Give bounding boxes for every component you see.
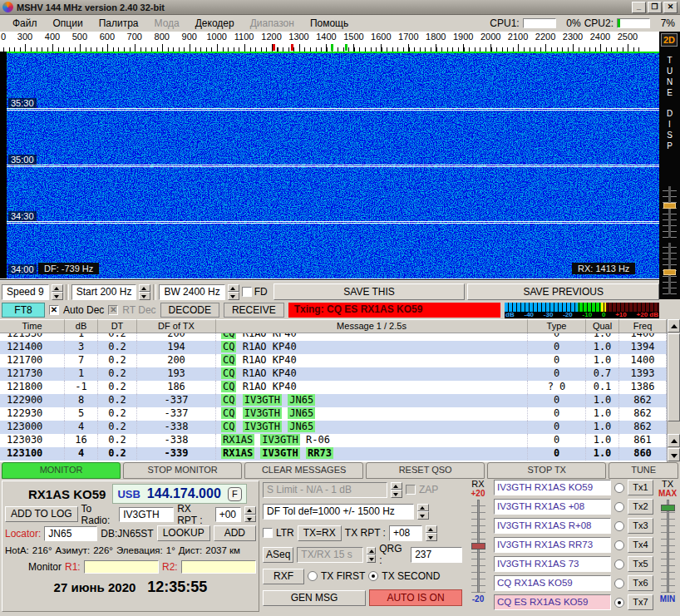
tx1-button[interactable]: Tx1 bbox=[628, 480, 653, 495]
spin-up-icon[interactable] bbox=[52, 284, 63, 293]
column-header-message-1-2-5s[interactable]: Message 1 / 2.5s bbox=[216, 319, 528, 333]
minimize-button[interactable]: _ bbox=[632, 2, 646, 13]
rx-gain-slider[interactable] bbox=[471, 500, 485, 593]
2d-view-button[interactable]: 2D bbox=[661, 33, 678, 47]
spin-down-icon[interactable] bbox=[228, 292, 239, 300]
tx-message-input-4[interactable]: IV3GTH RX1AS RR73 bbox=[494, 537, 611, 553]
speed-spinner[interactable] bbox=[52, 284, 63, 300]
menu-item-2[interactable]: Палитра bbox=[91, 16, 147, 31]
lookup-button[interactable]: LOOKUP bbox=[157, 525, 210, 541]
column-header-db[interactable]: dB bbox=[65, 319, 98, 333]
tx-message-radio-5[interactable] bbox=[614, 559, 624, 569]
spin-down-icon[interactable] bbox=[426, 533, 437, 541]
tab-reset-qso[interactable]: RESET QSO bbox=[366, 462, 485, 479]
menu-item-6[interactable]: Помощь bbox=[303, 16, 357, 31]
scroll-up-icon[interactable] bbox=[668, 319, 680, 333]
tx-message-input-6[interactable]: CQ RX1AS KO59 bbox=[494, 575, 611, 591]
decode-row[interactable]: 121800-10.2186CQ R1AO KP40? 00.11386 bbox=[0, 381, 667, 394]
spin-down-icon[interactable] bbox=[244, 515, 256, 523]
close-button[interactable]: ✕ bbox=[663, 2, 678, 13]
locator-input[interactable]: JN65 bbox=[44, 526, 97, 541]
decode-row[interactable]: 12290080.2-337CQ IV3GTH JN6501.0862 bbox=[0, 394, 667, 407]
tune-slider[interactable] bbox=[663, 186, 677, 238]
spin-up-icon[interactable] bbox=[426, 525, 437, 534]
start-spinner[interactable] bbox=[139, 284, 150, 300]
titlebar[interactable]: MSHV 144 MHz version 2.40 32-bit _ ❐ ✕ bbox=[0, 0, 680, 15]
decode-table-body[interactable]: 12133010.2200CQ R1AO KP4001.014001214003… bbox=[0, 333, 667, 462]
tx3-button[interactable]: Tx3 bbox=[628, 518, 653, 534]
df-tol-spinbox[interactable]: DF Tol def=1000 +/- 1500 Hz bbox=[263, 504, 414, 520]
tx-message-radio-3[interactable] bbox=[614, 521, 624, 531]
decode-row[interactable]: 12140030.2194CQ R1AO KP4001.01394 bbox=[0, 341, 667, 354]
tx-message-radio-1[interactable] bbox=[614, 483, 624, 493]
tx-message-input-7[interactable]: CQ ES RX1AS KO59 bbox=[494, 594, 611, 610]
disp-slider[interactable] bbox=[663, 243, 677, 294]
tab-tune[interactable]: TUNE bbox=[609, 462, 678, 479]
tx-message-input-5[interactable]: IV3GTH RX1AS 73 bbox=[494, 556, 611, 572]
column-header-type[interactable]: Type bbox=[528, 319, 586, 333]
gen-msg-button[interactable]: GEN MSG bbox=[263, 590, 366, 606]
tx-rpt-input[interactable]: +08 bbox=[389, 525, 422, 541]
decode-row[interactable]: 12170070.2200CQ R1AO KP4001.01400 bbox=[0, 354, 667, 367]
fd-checkbox[interactable] bbox=[242, 287, 252, 297]
column-header-df-of-tx[interactable]: DF of TX bbox=[137, 319, 216, 333]
receive-button[interactable]: RECEIVE bbox=[224, 303, 284, 318]
scroll-up-icon[interactable] bbox=[668, 434, 680, 447]
tab-stop-tx[interactable]: STOP TX bbox=[487, 462, 606, 479]
waterfall[interactable]: DF: -739 Hz RX: 1413 Hz 35:3035:0034:303… bbox=[0, 52, 659, 281]
bw-spinner[interactable] bbox=[228, 284, 239, 300]
start-frequency-value[interactable]: Start 200 Hz bbox=[71, 284, 137, 300]
maximize-button[interactable]: ❐ bbox=[648, 2, 662, 13]
decode-row[interactable]: 12293050.2-337CQ IV3GTH JN6501.0862 bbox=[0, 407, 667, 421]
tx-message-input-3[interactable]: IV3GTH RX1AS R+08 bbox=[494, 518, 611, 534]
spin-up-icon[interactable] bbox=[228, 284, 239, 293]
rx-rpt-spinner[interactable] bbox=[244, 506, 256, 522]
tx5-button[interactable]: Tx5 bbox=[628, 556, 653, 572]
column-header-dt[interactable]: DT bbox=[98, 319, 137, 333]
add-to-log-button[interactable]: ADD TO LOG bbox=[5, 506, 78, 522]
tx4-button[interactable]: Tx4 bbox=[628, 537, 653, 553]
mode-button[interactable]: FT8 bbox=[2, 303, 45, 318]
spin-up-icon[interactable] bbox=[244, 506, 256, 515]
scrollbar-thumb[interactable] bbox=[668, 333, 680, 421]
tx-message-radio-7[interactable] bbox=[614, 598, 624, 608]
aseq-button[interactable]: ASeq bbox=[263, 547, 293, 563]
qrg-input[interactable]: 237 bbox=[411, 547, 462, 563]
spin-down-icon[interactable] bbox=[139, 292, 150, 300]
spin-down-icon[interactable] bbox=[417, 511, 429, 520]
save-this-button[interactable]: SAVE THIS bbox=[273, 283, 466, 300]
table-scrollbar[interactable] bbox=[667, 319, 680, 462]
tx-power-handle[interactable] bbox=[661, 505, 675, 511]
tx-rpt-spinner[interactable] bbox=[426, 525, 437, 541]
tab-monitor[interactable]: MONITOR bbox=[2, 462, 121, 479]
to-radio-input[interactable]: IV3GTH bbox=[119, 507, 174, 522]
tx7-button[interactable]: Tx7 bbox=[628, 594, 653, 610]
decode-row[interactable]: 123030160.2-338RX1AS IV3GTH R-0601.0861 bbox=[0, 434, 667, 447]
r1-input[interactable] bbox=[84, 560, 159, 574]
tx-message-radio-4[interactable] bbox=[614, 540, 624, 550]
rxf-button[interactable]: RXF bbox=[263, 569, 304, 584]
tx-first-radio[interactable] bbox=[308, 571, 318, 581]
decode-row[interactable]: 12300040.2-338CQ IV3GTH JN6501.0862 bbox=[0, 421, 667, 434]
tx-eq-rx-button[interactable]: TX=RX bbox=[298, 525, 342, 541]
frequency-edit-button[interactable]: F bbox=[228, 487, 242, 501]
column-header-freq[interactable]: Freq bbox=[619, 319, 667, 333]
rx-rpt-input[interactable]: +00 bbox=[215, 507, 241, 522]
bandwidth-value[interactable]: BW 2400 Hz bbox=[159, 284, 224, 300]
save-previous-button[interactable]: SAVE PREVIOUS bbox=[467, 283, 659, 300]
menu-item-4[interactable]: Декодер bbox=[188, 16, 243, 31]
tx-second-radio[interactable] bbox=[368, 571, 378, 581]
frequency-scale[interactable]: 0 30040050060070080090010001100120013001… bbox=[0, 32, 659, 52]
decode-row[interactable]: 12310040.2-339RX1AS IV3GTH RR7301.0860 bbox=[0, 447, 667, 461]
spin-up-icon[interactable] bbox=[417, 504, 429, 512]
tx-message-radio-2[interactable] bbox=[614, 502, 624, 512]
menu-item-0[interactable]: Файл bbox=[5, 16, 46, 31]
tx-message-input-1[interactable]: IV3GTH RX1AS KO59 bbox=[494, 480, 611, 495]
tx6-button[interactable]: Tx6 bbox=[628, 575, 653, 591]
r2-input[interactable] bbox=[181, 560, 256, 574]
decode-row[interactable]: 12173010.2193CQ R1AO KP4000.71393 bbox=[0, 367, 667, 381]
disp-slider-handle[interactable] bbox=[663, 269, 676, 275]
rx-gain-handle[interactable] bbox=[471, 543, 485, 549]
column-header-time[interactable]: Time bbox=[0, 319, 65, 333]
tab-stop-monitor[interactable]: STOP MONITOR bbox=[123, 462, 242, 479]
